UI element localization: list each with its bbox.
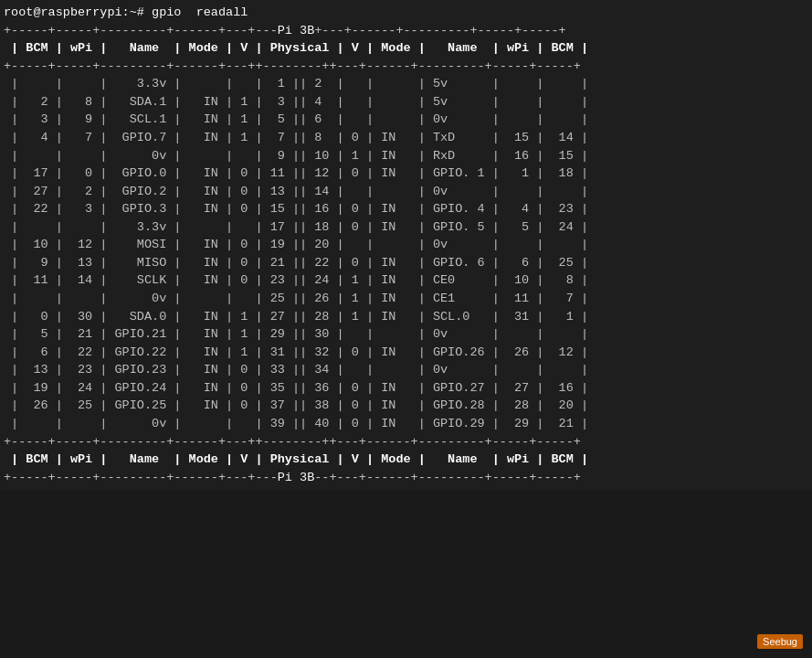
data-row-20: | 19 | 24 | GPIO.24 | IN | 0 | 35 || 36 … [0, 379, 812, 398]
data-row-15: | | | 0v | | | 25 || 26 | 1 | IN | CE1 |… [0, 290, 812, 308]
command-line: root@raspberrypi:~# gpio readall [0, 4, 812, 22]
separator-0: +-----+-----+---------+------+---+---Pi … [0, 22, 812, 40]
watermark: Seebug [757, 634, 803, 649]
data-row-9: | 27 | 2 | GPIO.2 | IN | 0 | 13 || 14 | … [0, 183, 812, 201]
col-header-1: | BCM | wPi | Name | Mode | V | Physical… [0, 39, 812, 58]
data-row-21: | 26 | 25 | GPIO.25 | IN | 0 | 37 || 38 … [0, 397, 812, 415]
separator-23: +-----+-----+---------+------+---++-----… [0, 433, 812, 451]
col-header-24: | BCM | wPi | Name | Mode | V | Physical… [0, 451, 812, 469]
data-row-3: | | | 3.3v | | | 1 || 2 | | | 5v | | | [0, 75, 812, 93]
data-row-19: | 13 | 23 | GPIO.23 | IN | 0 | 33 || 34 … [0, 361, 812, 379]
data-row-22: | | | 0v | | | 39 || 40 | 0 | IN | GPIO.… [0, 415, 812, 433]
data-row-17: | 5 | 21 | GPIO.21 | IN | 1 | 29 || 30 |… [0, 325, 812, 344]
data-row-5: | 3 | 9 | SCL.1 | IN | 1 | 5 || 6 | | | … [0, 111, 812, 129]
data-row-13: | 9 | 13 | MISO | IN | 0 | 21 || 22 | 0 … [0, 254, 812, 272]
data-row-8: | 17 | 0 | GPIO.0 | IN | 0 | 11 || 12 | … [0, 164, 812, 183]
data-row-6: | 4 | 7 | GPIO.7 | IN | 1 | 7 || 8 | 0 |… [0, 129, 812, 147]
data-row-4: | 2 | 8 | SDA.1 | IN | 1 | 3 || 4 | | | … [0, 93, 812, 111]
data-row-11: | | | 3.3v | | | 17 || 18 | 0 | IN | GPI… [0, 218, 812, 237]
data-row-12: | 10 | 12 | MOSI | IN | 0 | 19 || 20 | |… [0, 236, 812, 254]
data-row-14: | 11 | 14 | SCLK | IN | 0 | 23 || 24 | 1… [0, 271, 812, 290]
data-row-16: | 0 | 30 | SDA.0 | IN | 1 | 27 || 28 | 1… [0, 308, 812, 326]
data-row-7: | | | 0v | | | 9 || 10 | 1 | IN | RxD | … [0, 147, 812, 165]
data-row-10: | 22 | 3 | GPIO.3 | IN | 0 | 15 || 16 | … [0, 200, 812, 218]
terminal: root@raspberrypi:~# gpio readall +-----+… [0, 0, 812, 490]
separator-25: +-----+-----+---------+------+---+---Pi … [0, 469, 812, 487]
data-row-18: | 6 | 22 | GPIO.22 | IN | 1 | 31 || 32 |… [0, 344, 812, 362]
separator-2: +-----+-----+---------+------+---++-----… [0, 58, 812, 76]
